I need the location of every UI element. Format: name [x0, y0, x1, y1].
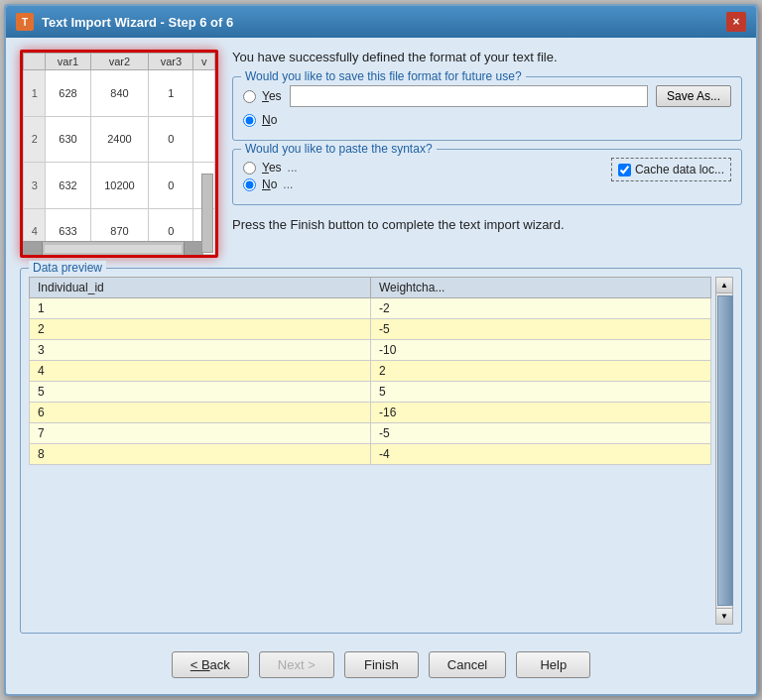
h-scrollbar[interactable]	[23, 241, 203, 255]
finish-button[interactable]: Finish	[344, 651, 419, 678]
cell-id: 8	[30, 444, 371, 465]
dialog-title: Text Import Wizard - Step 6 of 6	[42, 15, 233, 30]
paste-syntax-group-label: Would you like to paste the syntax?	[241, 142, 437, 156]
save-format-yes-row: Yes Save As...	[243, 85, 731, 107]
close-button[interactable]: ×	[726, 12, 746, 32]
save-as-button[interactable]: Save As...	[656, 85, 731, 107]
cell-val: 5	[370, 382, 710, 403]
table-row: 3 632 10200 0	[24, 163, 215, 209]
data-preview-section: Data preview Individual_id Weightcha... …	[20, 268, 742, 634]
data-table-scroll: Individual_id Weightcha... 1 -2 2	[29, 277, 711, 625]
paste-syntax-group: Would you like to paste the syntax? Yes …	[232, 149, 742, 205]
save-format-no-radio[interactable]	[243, 114, 256, 127]
table-row: 1 -2	[30, 298, 711, 319]
paste-no-dots: ...	[283, 177, 293, 191]
col-individual-id: Individual_id	[30, 278, 371, 298]
cell-val: -2	[370, 298, 710, 319]
save-format-yes-label[interactable]: Yes	[262, 89, 282, 103]
cache-data-label[interactable]: Cache data loc...	[635, 163, 724, 176]
cell-val: -5	[370, 423, 710, 444]
finish-message: Press the Finish button to complete the …	[232, 217, 742, 232]
table-row: 2 -5	[30, 319, 711, 340]
table-row: 5 5	[30, 382, 711, 403]
cell-id: 6	[30, 403, 371, 423]
cell-val: -5	[370, 319, 710, 340]
text-import-wizard-dialog: T Text Import Wizard - Step 6 of 6 × var…	[4, 4, 758, 696]
cell-val: -16	[370, 403, 710, 423]
success-message: You have successfully defined the format…	[232, 50, 742, 64]
paste-syntax-yes-radio[interactable]	[243, 162, 256, 175]
cell-id: 7	[30, 423, 371, 444]
button-bar: < Back Next > Finish Cancel Help	[20, 643, 742, 684]
right-section: You have successfully defined the format…	[232, 50, 742, 232]
cell-val: -4	[370, 444, 710, 465]
preview-table: var1 var2 var3 v 1 628 840 1	[23, 53, 215, 255]
back-button[interactable]: < Back	[172, 651, 249, 678]
preview-header-var2: var2	[90, 54, 149, 70]
cell-id: 3	[30, 340, 371, 361]
next-button[interactable]: Next >	[259, 651, 334, 678]
table-row: 1 628 840 1	[24, 70, 215, 117]
cache-data-checkbox[interactable]	[618, 164, 631, 176]
save-format-group: Would you like to save this file format …	[232, 76, 742, 141]
save-format-no-label[interactable]: No	[262, 113, 277, 127]
cell-id: 2	[30, 319, 371, 340]
help-button[interactable]: Help	[516, 651, 590, 678]
cell-id: 1	[30, 298, 371, 319]
cell-id: 4	[30, 361, 371, 382]
title-bar: T Text Import Wizard - Step 6 of 6 ×	[6, 6, 756, 38]
scroll-thumb[interactable]	[717, 295, 733, 606]
vertical-scrollbar[interactable]: ▲ ▼	[715, 277, 733, 625]
file-preview-image: var1 var2 var3 v 1 628 840 1	[20, 50, 218, 258]
paste-syntax-no-radio[interactable]	[243, 178, 256, 191]
paste-syntax-radios: Yes ... No ...	[243, 158, 298, 194]
table-row: 7 -5	[30, 423, 711, 444]
top-section: var1 var2 var3 v 1 628 840 1	[20, 50, 742, 258]
preview-header-empty	[24, 54, 46, 70]
save-format-yes-radio[interactable]	[243, 90, 256, 103]
table-row: 8 -4	[30, 444, 711, 465]
save-filename-input[interactable]	[290, 85, 648, 107]
data-table-header-row: Individual_id Weightcha...	[30, 278, 711, 298]
cell-val: -10	[370, 340, 710, 361]
col-weightcha: Weightcha...	[370, 278, 710, 298]
table-row: 3 -10	[30, 340, 711, 361]
scroll-up-button[interactable]: ▲	[716, 278, 732, 293]
preview-header-var3: var3	[149, 54, 193, 70]
paste-syntax-yes-label[interactable]: Yes	[262, 161, 282, 175]
table-row: 2 630 2400 0	[24, 116, 215, 163]
cell-id: 5	[30, 382, 371, 403]
table-row: 4 2	[30, 361, 711, 382]
data-table: Individual_id Weightcha... 1 -2 2	[29, 277, 711, 465]
scroll-down-button[interactable]: ▼	[716, 608, 732, 624]
paste-yes-dots: ...	[288, 161, 298, 175]
paste-syntax-no-label[interactable]: No	[262, 177, 277, 191]
cell-val: 2	[370, 361, 710, 382]
dialog-body: var1 var2 var3 v 1 628 840 1	[6, 38, 756, 694]
data-preview-label: Data preview	[29, 261, 106, 275]
cache-checkbox-container: Cache data loc...	[611, 158, 731, 181]
preview-header-var1: var1	[46, 54, 90, 70]
preview-header-v: v	[193, 54, 215, 70]
data-table-container: Individual_id Weightcha... 1 -2 2	[29, 277, 733, 625]
v-scrollbar[interactable]	[201, 174, 213, 253]
app-icon: T	[16, 13, 34, 31]
save-format-group-label: Would you like to save this file format …	[241, 69, 526, 83]
table-row: 6 -16	[30, 403, 711, 423]
cancel-button[interactable]: Cancel	[429, 651, 506, 678]
